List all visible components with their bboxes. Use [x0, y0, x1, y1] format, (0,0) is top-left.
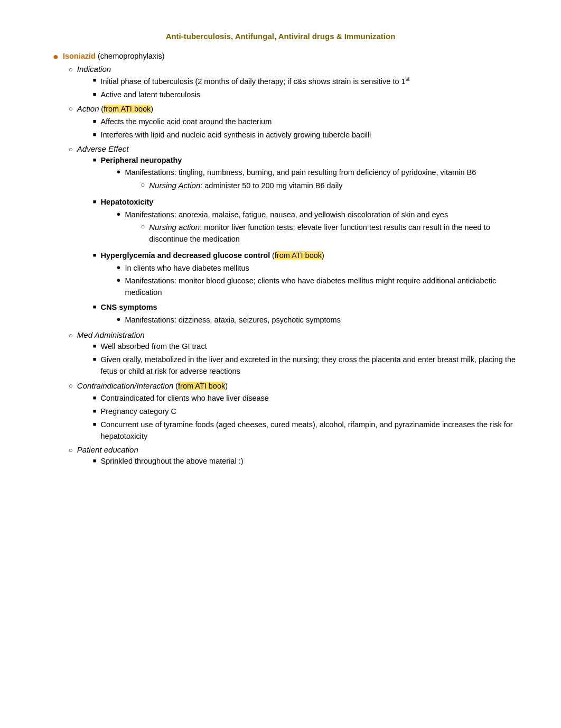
indication-item-2: ■ Active and latent tuberculosis [93, 89, 410, 101]
indication-item-1: ■ Initial phase of tuberculosis (2 month… [93, 75, 410, 88]
square-bullet-icon: ■ [93, 91, 97, 97]
ati-highlight: from ATI book [178, 382, 225, 390]
circle-bullet-icon: ○ [69, 382, 73, 390]
square-bullet-icon: ■ [93, 408, 97, 414]
square-bullet-icon: ■ [93, 131, 97, 137]
hyperglycemia-item-2: ● Manifestations: monitor blood glucose;… [117, 275, 519, 299]
cns-label: CNS symptoms [101, 303, 157, 311]
patient-education-item-1: ■ Sprinkled throughout the above materia… [93, 456, 244, 467]
circle-bullet-icon: ○ [69, 446, 73, 455]
contraindication-item-3: ■ Concurrent use of tyramine foods (aged… [93, 419, 519, 443]
action-label: Action [77, 104, 99, 113]
square-bullet-icon: ■ [93, 303, 97, 310]
circle-sm-icon: ● [117, 263, 121, 272]
ati-highlight: from ATI book [104, 105, 151, 113]
peripheral-neuropathy-label: Peripheral neuropathy [101, 156, 182, 164]
drug-suffix: (chemoprophylaxis) [96, 52, 165, 60]
bullet-icon: ● [53, 51, 59, 62]
med-admin-item-2: ■ Given orally, metabolized in the liver… [93, 354, 519, 377]
square-bullet-icon: ■ [93, 394, 97, 401]
patient-education-label: Patient education [77, 445, 138, 454]
patient-education-items: ■ Sprinkled throughout the above materia… [77, 456, 244, 467]
adverse-hepatotoxicity: ■ Hepatotoxicity ● Manifestations: anore… [93, 197, 519, 248]
adverse-cns: ■ CNS symptoms ● Manifestations: dizzine… [93, 302, 519, 328]
section-med-admin: ○ Med Administration ■ Well absorbed fro… [69, 330, 519, 379]
action-item-1: ■ Affects the mycolic acid coat around t… [93, 116, 371, 128]
page-title: Anti-tuberculosis, Antifungal, Antiviral… [166, 32, 396, 41]
circle-sm-icon: ● [117, 210, 121, 218]
square-bullet-icon: ■ [93, 156, 97, 163]
peripheral-subitems: ○ Nursing Action: administer 50 to 200 m… [125, 180, 476, 192]
indication-items: ■ Initial phase of tuberculosis (2 month… [77, 75, 410, 100]
cns-item-1: ● Manifestations: dizziness, ataxia, sei… [117, 315, 341, 326]
section-indication: ○ Indication ■ Initial phase of tubercul… [69, 64, 519, 102]
circle-bullet-icon: ○ [69, 331, 73, 340]
square-bullet-icon: ■ [93, 343, 97, 349]
circle-bullet-icon: ○ [69, 105, 73, 113]
circle-bullet-icon: ○ [69, 145, 73, 154]
nursing-action-peripheral: ○ Nursing Action: administer 50 to 200 m… [141, 180, 476, 192]
hyperglycemia-item-1: ● In clients who have diabetes mellitus [117, 263, 519, 274]
contraindication-label: Contraindication/Interaction [77, 381, 174, 390]
hyperglycemia-label: Hyperglycemia and decreased glucose cont… [101, 251, 270, 260]
square-bullet-icon: ■ [93, 118, 97, 124]
peripheral-items: ● Manifestations: tingling, numbness, bu… [101, 167, 476, 193]
drug-name-label: Isoniazid [63, 52, 96, 60]
hepatotoxicity-items: ● Manifestations: anorexia, malaise, fat… [101, 209, 519, 247]
active-latent-text: Active and latent tuberculosis [101, 89, 201, 101]
med-admin-items: ■ Well absorbed from the GI tract ■ Give… [77, 341, 519, 377]
action-item-2: ■ Interferes with lipid and nucleic acid… [93, 130, 371, 141]
page-header: Anti-tuberculosis, Antifungal, Antiviral… [42, 32, 519, 41]
peripheral-item-1: ● Manifestations: tingling, numbness, bu… [117, 167, 476, 193]
ati-highlight: from ATI book [275, 251, 322, 260]
adverse-items: ■ Peripheral neuropathy ● Manifestations… [77, 155, 519, 328]
hepatotoxicity-item-1: ● Manifestations: anorexia, malaise, fat… [117, 209, 519, 247]
main-list: ● Isoniazid (chemoprophylaxis) [42, 51, 519, 62]
circle-sm-icon: ● [117, 315, 121, 324]
cns-items: ● Manifestations: dizziness, ataxia, sei… [101, 315, 341, 326]
adverse-effect-label: Adverse Effect [77, 144, 129, 153]
section-adverse-effect: ○ Adverse Effect ■ Peripheral neuropathy… [69, 144, 519, 329]
square-bullet-icon: ■ [93, 77, 97, 83]
section-contraindication: ○ Contraindication/Interaction (from ATI… [69, 381, 519, 444]
level2-sections: ○ Indication ■ Initial phase of tubercul… [42, 64, 519, 469]
med-admin-label: Med Administration [77, 330, 145, 339]
hyperglycemia-items: ● In clients who have diabetes mellitus … [101, 263, 519, 299]
circle-bullet-icon: ○ [141, 181, 145, 189]
circle-sm-icon: ● [117, 276, 121, 284]
circle-sm-icon: ● [117, 168, 121, 176]
section-patient-education: ○ Patient education ■ Sprinkled througho… [69, 445, 519, 469]
nursing-action-hepato: ○ Nursing action: monitor liver function… [141, 222, 519, 245]
hepatotoxicity-label: Hepatotoxicity [101, 198, 154, 206]
circle-bullet-icon: ○ [141, 223, 145, 231]
square-bullet-icon: ■ [93, 421, 97, 427]
section-action: ○ Action (from ATI book) ■ Affects the m… [69, 104, 519, 142]
square-bullet-icon: ■ [93, 356, 97, 362]
contraindication-items: ■ Contraindicated for clients who have l… [77, 393, 519, 442]
square-bullet-icon: ■ [93, 252, 97, 258]
contraindication-item-1: ■ Contraindicated for clients who have l… [93, 393, 519, 404]
list-item-isoniazid: ● Isoniazid (chemoprophylaxis) [53, 51, 519, 62]
circle-bullet-icon: ○ [69, 66, 73, 74]
adverse-peripheral: ■ Peripheral neuropathy ● Manifestations… [93, 155, 519, 195]
action-items: ■ Affects the mycolic acid coat around t… [77, 116, 371, 141]
indication-label: Indication [77, 64, 111, 73]
med-admin-item-1: ■ Well absorbed from the GI tract [93, 341, 519, 353]
square-bullet-icon: ■ [93, 198, 97, 205]
square-bullet-icon: ■ [93, 457, 97, 464]
contraindication-item-2: ■ Pregnancy category C [93, 406, 519, 418]
hepatotoxicity-subitems: ○ Nursing action: monitor liver function… [125, 222, 519, 245]
adverse-hyperglycemia: ■ Hyperglycemia and decreased glucose co… [93, 250, 519, 300]
